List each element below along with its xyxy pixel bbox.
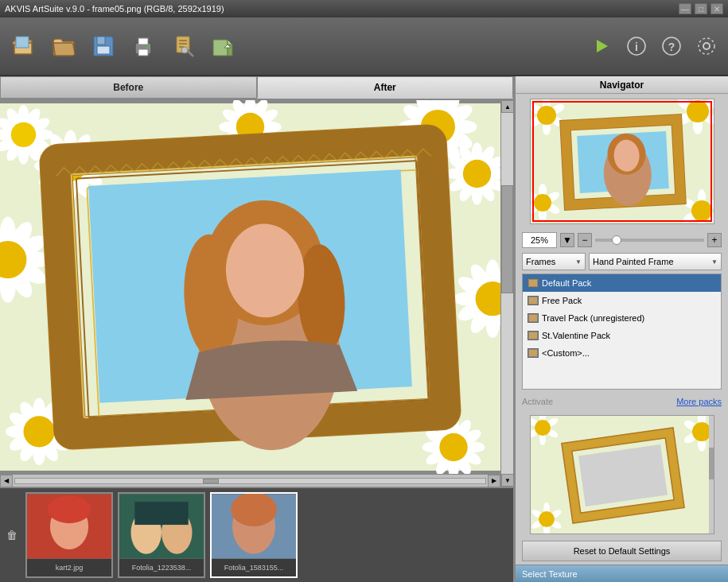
- help-button[interactable]: ?: [656, 31, 687, 61]
- canvas-container: ◀ ▶: [0, 100, 500, 487]
- print-button[interactable]: [126, 26, 161, 66]
- svg-point-9: [146, 45, 150, 48]
- activate-button[interactable]: Activate: [522, 397, 553, 406]
- frame-preview: [530, 415, 714, 534]
- frame-arrow-icon: ▼: [711, 258, 718, 266]
- pack-label-2: Travel Pack (unregistered): [542, 313, 644, 323]
- svg-point-206: [691, 200, 712, 221]
- pack-label-4: <Custom>...: [542, 348, 590, 358]
- film-thumb-2[interactable]: Fotolia_1223538...: [118, 492, 205, 578]
- thumb-image-2: [119, 494, 204, 559]
- svg-point-221: [535, 420, 551, 436]
- actions-row: Activate More packs: [516, 391, 728, 412]
- zoom-plus-button[interactable]: +: [707, 233, 722, 247]
- pack-icon-3: [528, 331, 539, 340]
- zoom-minus-button[interactable]: −: [578, 233, 592, 247]
- svg-point-21: [703, 43, 710, 49]
- zoom-slider-thumb[interactable]: [612, 235, 621, 245]
- pack-icon-0: [528, 278, 539, 288]
- svg-point-229: [692, 422, 711, 441]
- minimize-button[interactable]: —: [679, 3, 691, 14]
- svg-point-121: [23, 416, 54, 447]
- play-button[interactable]: [586, 31, 617, 61]
- svg-rect-243: [709, 448, 714, 479]
- scroll-down-button[interactable]: ▼: [501, 474, 514, 487]
- titlebar: AKVIS ArtSuite v.9.0 - frame05.png (RGB/…: [0, 0, 728, 17]
- pack-icon-4: [528, 348, 539, 358]
- pack-item-2[interactable]: Travel Pack (unregistered): [523, 309, 721, 327]
- delete-button[interactable]: 🗑: [6, 529, 18, 541]
- svg-rect-11: [179, 40, 187, 41]
- pack-label-0: Default Pack: [542, 278, 591, 288]
- film-thumb-3[interactable]: Fotolia_1583155...: [210, 492, 298, 578]
- vscroll-track[interactable]: [501, 113, 513, 474]
- svg-point-198: [534, 194, 551, 211]
- left-panel: Before After: [0, 76, 515, 582]
- svg-point-190: [687, 100, 709, 122]
- frame-label: Hand Painted Frame: [593, 257, 674, 266]
- svg-point-182: [537, 106, 556, 125]
- open-file-button[interactable]: [6, 26, 41, 66]
- gear-button[interactable]: [691, 31, 722, 61]
- svg-text:?: ?: [668, 41, 675, 53]
- type-arrow-icon: ▼: [575, 258, 582, 266]
- svg-rect-7: [138, 38, 148, 45]
- maximize-button[interactable]: □: [695, 3, 707, 14]
- pack-icon-2: [528, 313, 539, 323]
- scroll-up-button[interactable]: ▲: [501, 100, 514, 113]
- scroll-left-button[interactable]: ◀: [0, 475, 13, 487]
- toolbar: i ?: [0, 17, 728, 76]
- zoom-down-button[interactable]: ▼: [560, 233, 574, 247]
- svg-point-166: [48, 496, 91, 524]
- svg-point-79: [463, 160, 491, 188]
- export-button[interactable]: [205, 26, 240, 66]
- scroll-track[interactable]: [14, 478, 486, 484]
- save-button[interactable]: [86, 26, 121, 66]
- svg-point-173: [231, 494, 277, 526]
- app-title: AKVIS ArtSuite v.9.0 - frame05.png (RGB/…: [5, 4, 224, 14]
- thumb-image-1: [27, 494, 111, 559]
- pack-label-3: St.Valentine Pack: [542, 331, 610, 340]
- pack-icon-1: [528, 296, 539, 305]
- filmstrip: 🗑 kart2.jpg: [0, 487, 513, 582]
- open-folder-button[interactable]: [46, 26, 81, 66]
- thumb-label-3: Fotolia_1583155...: [212, 559, 296, 576]
- zoom-value[interactable]: 25%: [522, 232, 557, 248]
- pack-item-3[interactable]: St.Valentine Pack: [523, 327, 721, 344]
- svg-point-14: [181, 47, 188, 53]
- navigator-title: Navigator: [600, 80, 644, 91]
- type-select-main[interactable]: Frames ▼: [522, 253, 586, 270]
- pack-item-1[interactable]: Free Pack: [523, 292, 721, 309]
- scroll-right-button[interactable]: ▶: [488, 475, 500, 487]
- right-panel: Navigator: [515, 76, 728, 582]
- tabs: Before After: [0, 76, 513, 100]
- tab-after[interactable]: After: [257, 76, 514, 99]
- pack-item-4[interactable]: <Custom>...: [523, 344, 721, 362]
- more-packs-link[interactable]: More packs: [676, 397, 722, 406]
- film-thumb-1[interactable]: kart2.jpg: [25, 492, 113, 578]
- pack-item-0[interactable]: Default Pack: [523, 274, 721, 292]
- type-select-frame[interactable]: Hand Painted Frame ▼: [589, 253, 722, 270]
- settings2-button[interactable]: [165, 26, 200, 66]
- info-button[interactable]: i: [621, 31, 652, 61]
- navigator-preview[interactable]: [530, 99, 714, 224]
- reset-button[interactable]: Reset to Default Settings: [522, 541, 722, 561]
- zoom-control: 25% ▼ − +: [516, 229, 728, 251]
- select-texture-bar[interactable]: Select Texture: [516, 565, 728, 582]
- close-button[interactable]: ✕: [710, 3, 723, 14]
- pack-list[interactable]: Default Pack Free Pack Travel Pack (unre…: [522, 274, 722, 390]
- vertical-scrollbar[interactable]: ▲ ▼: [500, 100, 513, 487]
- window-controls: — □ ✕: [679, 3, 723, 14]
- tab-before[interactable]: Before: [0, 76, 257, 99]
- vscroll-thumb[interactable]: [501, 185, 513, 293]
- thumb-image-3: [212, 494, 296, 559]
- horizontal-scrollbar[interactable]: ◀ ▶: [0, 474, 500, 487]
- canvas-area[interactable]: [0, 100, 500, 474]
- svg-point-135: [439, 433, 467, 461]
- navigator-header: Navigator: [516, 76, 728, 94]
- scroll-thumb[interactable]: [203, 479, 219, 483]
- svg-point-22: [699, 38, 714, 54]
- svg-rect-5: [97, 46, 110, 54]
- zoom-slider[interactable]: [595, 239, 704, 242]
- select-texture-label: Select Texture: [522, 569, 578, 579]
